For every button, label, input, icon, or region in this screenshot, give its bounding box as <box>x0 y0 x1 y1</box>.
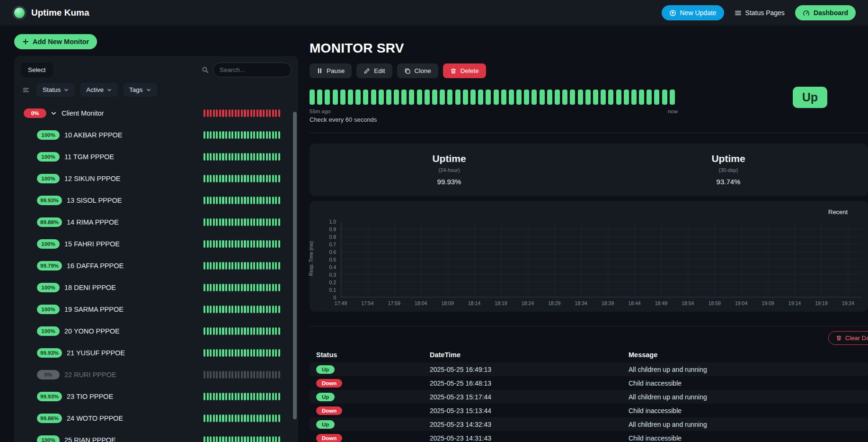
event-datetime: 2025-05-23 14:31:43 <box>430 434 629 442</box>
heartbeat-beat <box>231 153 233 161</box>
heartbeat-beat <box>278 349 280 357</box>
status-pages-link[interactable]: Status Pages <box>735 9 785 17</box>
heartbeat-beat <box>216 109 218 117</box>
add-new-monitor-button[interactable]: Add New Monitor <box>14 34 97 49</box>
chevron-down-icon[interactable] <box>51 110 57 117</box>
heartbeat-beat <box>269 393 271 400</box>
delete-button[interactable]: Delete <box>443 63 486 78</box>
monitor-list-item[interactable]: 100% 18 DENI PPPOE <box>21 277 292 298</box>
heartbeat-beat <box>257 284 258 291</box>
sidebar-scrollbar[interactable] <box>293 112 297 419</box>
heartbeat-beat <box>247 327 249 335</box>
monitor-list-item[interactable]: 100% 19 SARMA PPPOE <box>21 298 292 320</box>
monitor-list-item[interactable]: 99.93% 13 SISOL PPPOE <box>21 189 292 211</box>
chart-period-select[interactable]: Recent <box>828 208 868 216</box>
heartbeat-beat <box>266 240 268 248</box>
heartbeat-beat <box>219 393 221 400</box>
heartbeat-beat <box>238 131 239 139</box>
heartbeat-beat <box>259 109 261 117</box>
heartbeat-beat <box>213 349 215 357</box>
heartbeat-beat <box>235 415 237 422</box>
heartbeat-beat <box>371 90 376 105</box>
caret-down-icon <box>107 88 112 92</box>
heartbeat-beat <box>272 284 274 291</box>
edit-button[interactable]: Edit <box>356 63 392 78</box>
monitor-list-item[interactable]: 100% 12 SIKUN PPPOE <box>21 168 292 189</box>
header-datetime: DateTime <box>430 351 629 359</box>
new-update-button[interactable]: New Update <box>662 5 724 20</box>
heartbeat-beat <box>263 131 265 139</box>
heartbeat-beat <box>608 90 613 105</box>
monitor-list-item[interactable]: 0% 22 RURI PPPOE <box>21 364 292 386</box>
heartbeat-beat <box>216 153 218 161</box>
heartbeat-beat <box>601 90 606 105</box>
heartbeat-beat <box>275 284 277 291</box>
heartbeat-beat <box>235 153 237 161</box>
heartbeat-mini <box>204 131 280 139</box>
monitor-list-item[interactable]: 0% Client Monitor <box>21 102 292 124</box>
heartbeat-beat <box>275 393 277 400</box>
monitor-list-item[interactable]: 100% 15 FAHRI PPPOE <box>21 233 292 255</box>
clear-data-button[interactable]: Clear Data <box>828 331 868 345</box>
heartbeat-mini <box>204 415 280 422</box>
heartbeat-beat <box>238 393 239 400</box>
events-table-header: Status DateTime Message <box>310 347 868 362</box>
clone-button[interactable]: Clone <box>397 63 438 78</box>
heartbeat-beat <box>213 393 215 400</box>
monitor-list-item[interactable]: 100% 11 TGM PPPOE <box>21 146 292 168</box>
heartbeat-beat <box>213 153 215 161</box>
heartbeat-beat <box>516 90 522 105</box>
heartbeat-beat <box>213 262 215 270</box>
search-input[interactable] <box>213 63 292 77</box>
heartbeat-beat <box>263 415 265 422</box>
monitor-list-item[interactable]: 99.93% 21 YUSUF PPPOE <box>21 342 292 364</box>
filter-active[interactable]: Active <box>80 83 118 97</box>
heartbeat-beat <box>207 327 209 335</box>
heartbeat-beat <box>216 371 218 379</box>
monitor-list-item[interactable]: 100% 10 AKBAR PPPOE <box>21 124 292 146</box>
monitor-list-item[interactable]: 89.88% 14 RIMA PPPOE <box>21 211 292 233</box>
filter-tags[interactable]: Tags <box>123 83 157 97</box>
monitor-list-item[interactable]: 99.86% 24 WOTO PPPOE <box>21 407 292 429</box>
heartbeat-beat <box>238 153 239 161</box>
heartbeat-beat <box>207 153 209 161</box>
stat-label: Uptime <box>589 153 868 164</box>
heartbeat-beat <box>229 131 230 139</box>
heartbeat-beat <box>266 393 268 400</box>
select-button[interactable]: Select <box>21 63 53 77</box>
list-layout-icon[interactable] <box>21 86 31 94</box>
heartbeat-beat <box>662 90 667 105</box>
heartbeat-beat <box>244 284 246 291</box>
heartbeat-beat <box>241 327 243 335</box>
heartbeat-beat <box>229 109 230 117</box>
heartbeat-beat <box>207 218 209 226</box>
heartbeat-beat <box>219 218 221 226</box>
monitor-list-item[interactable]: 99.93% 23 TIO PPPOE <box>21 386 292 407</box>
monitor-name: 11 TGM PPPOE <box>64 153 114 161</box>
heartbeat-beat <box>238 415 239 422</box>
heartbeat-beat <box>272 349 274 357</box>
dashboard-label: Dashboard <box>814 9 848 17</box>
heartbeat-beat <box>229 240 230 248</box>
event-status-badge: Up <box>316 420 335 429</box>
heartbeat-beat <box>244 262 246 270</box>
heartbeat-beat <box>278 218 280 226</box>
heartbeat-beat <box>231 415 233 422</box>
event-status-badge: Up <box>316 393 335 401</box>
heartbeat-beat <box>259 436 261 442</box>
heartbeat-beat <box>204 197 205 204</box>
page-layout: Add New Monitor Select Status Ac <box>0 26 868 442</box>
heartbeat-beat <box>355 90 361 105</box>
dashboard-button[interactable]: Dashboard <box>795 5 856 20</box>
monitor-list-item[interactable]: 100% 25 RIAN PPPOE <box>21 429 292 442</box>
monitor-list-item[interactable]: 99.79% 16 DAFFA PPPOE <box>21 255 292 277</box>
filter-status[interactable]: Status <box>36 83 75 97</box>
update-icon <box>669 9 676 17</box>
heartbeat-beat <box>225 240 227 248</box>
heartbeat-beat <box>204 153 205 161</box>
app-brand[interactable]: Uptime Kuma <box>12 6 89 20</box>
pause-button[interactable]: Pause <box>310 63 352 78</box>
heartbeat-beat <box>531 90 537 105</box>
heartbeat-beat <box>219 240 221 248</box>
monitor-list-item[interactable]: 100% 20 YONO PPPOE <box>21 320 292 342</box>
